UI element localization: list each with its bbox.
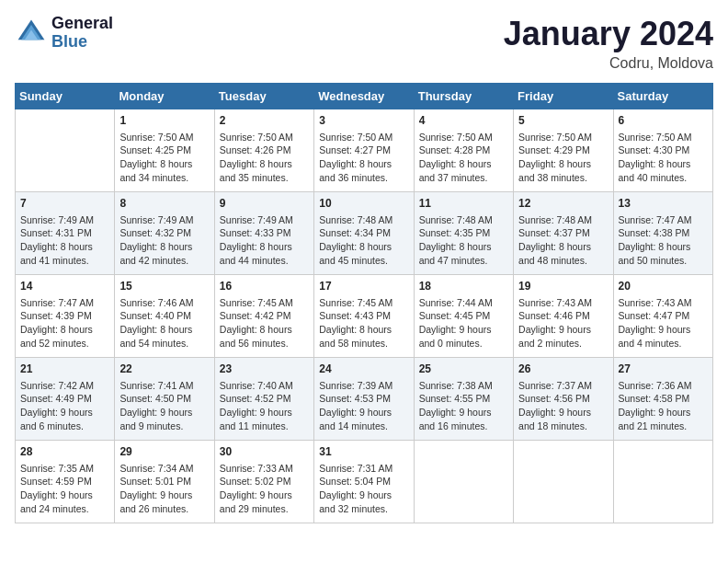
day-number: 17 xyxy=(319,279,408,294)
day-number: 27 xyxy=(619,362,708,377)
calendar-cell xyxy=(414,441,513,523)
day-number: 1 xyxy=(119,113,209,129)
calendar-cell: 31Sunrise: 7:31 AMSunset: 5:04 PMDayligh… xyxy=(314,441,414,523)
day-info: Sunrise: 7:42 AMSunset: 4:49 PMDaylight:… xyxy=(20,379,109,433)
day-info: Sunrise: 7:45 AMSunset: 4:43 PMDaylight:… xyxy=(319,296,408,350)
day-info: Sunrise: 7:48 AMSunset: 4:34 PMDaylight:… xyxy=(319,213,408,268)
calendar-table: SundayMondayTuesdayWednesdayThursdayFrid… xyxy=(15,83,713,523)
week-row-2: 7Sunrise: 7:49 AMSunset: 4:31 PMDaylight… xyxy=(16,192,713,275)
col-header-saturday: Saturday xyxy=(613,84,712,109)
day-info: Sunrise: 7:44 AMSunset: 4:45 PMDaylight:… xyxy=(419,296,508,350)
day-number: 16 xyxy=(220,279,309,294)
day-info: Sunrise: 7:47 AMSunset: 4:38 PMDaylight:… xyxy=(619,213,708,268)
day-info: Sunrise: 7:36 AMSunset: 4:58 PMDaylight:… xyxy=(619,379,708,433)
day-info: Sunrise: 7:35 AMSunset: 4:59 PMDaylight:… xyxy=(20,462,109,516)
day-number: 5 xyxy=(518,113,608,129)
calendar-cell: 15Sunrise: 7:46 AMSunset: 4:40 PMDayligh… xyxy=(115,275,214,358)
calendar-cell: 16Sunrise: 7:45 AMSunset: 4:42 PMDayligh… xyxy=(214,275,313,358)
calendar-cell: 4Sunrise: 7:50 AMSunset: 4:28 PMDaylight… xyxy=(414,109,513,192)
day-number: 28 xyxy=(20,444,109,460)
day-number: 12 xyxy=(518,196,608,212)
day-info: Sunrise: 7:50 AMSunset: 4:26 PMDaylight:… xyxy=(220,131,309,185)
calendar-cell: 9Sunrise: 7:49 AMSunset: 4:33 PMDaylight… xyxy=(214,192,313,275)
month-title: January 2024 xyxy=(504,15,713,53)
logo: General Blue xyxy=(15,15,113,52)
col-header-tuesday: Tuesday xyxy=(214,84,313,109)
day-info: Sunrise: 7:49 AMSunset: 4:31 PMDaylight:… xyxy=(20,213,109,268)
day-number: 29 xyxy=(119,444,209,460)
calendar-cell xyxy=(613,441,712,523)
day-number: 18 xyxy=(419,279,508,294)
day-info: Sunrise: 7:38 AMSunset: 4:55 PMDaylight:… xyxy=(419,379,508,433)
calendar-cell: 22Sunrise: 7:41 AMSunset: 4:50 PMDayligh… xyxy=(115,358,214,441)
title-block: January 2024 Codru, Moldova xyxy=(504,15,713,72)
day-number: 2 xyxy=(220,113,309,129)
calendar-cell: 13Sunrise: 7:47 AMSunset: 4:38 PMDayligh… xyxy=(613,192,712,275)
day-number: 4 xyxy=(419,113,508,129)
calendar-cell xyxy=(16,109,115,192)
day-info: Sunrise: 7:34 AMSunset: 5:01 PMDaylight:… xyxy=(119,462,209,516)
calendar-cell: 1Sunrise: 7:50 AMSunset: 4:25 PMDaylight… xyxy=(115,109,214,192)
day-info: Sunrise: 7:43 AMSunset: 4:47 PMDaylight:… xyxy=(619,296,708,350)
calendar-cell: 6Sunrise: 7:50 AMSunset: 4:30 PMDaylight… xyxy=(613,109,712,192)
day-number: 21 xyxy=(20,362,109,377)
day-info: Sunrise: 7:49 AMSunset: 4:33 PMDaylight:… xyxy=(220,213,309,268)
day-number: 19 xyxy=(518,279,608,294)
calendar-cell: 26Sunrise: 7:37 AMSunset: 4:56 PMDayligh… xyxy=(514,358,613,441)
calendar-cell: 30Sunrise: 7:33 AMSunset: 5:02 PMDayligh… xyxy=(214,441,313,523)
day-info: Sunrise: 7:50 AMSunset: 4:27 PMDaylight:… xyxy=(319,131,408,185)
calendar-cell: 12Sunrise: 7:48 AMSunset: 4:37 PMDayligh… xyxy=(514,192,613,275)
day-info: Sunrise: 7:45 AMSunset: 4:42 PMDaylight:… xyxy=(220,296,309,350)
week-row-1: 1Sunrise: 7:50 AMSunset: 4:25 PMDaylight… xyxy=(16,109,713,192)
col-header-sunday: Sunday xyxy=(16,84,115,109)
calendar-cell: 27Sunrise: 7:36 AMSunset: 4:58 PMDayligh… xyxy=(613,358,712,441)
calendar-cell: 2Sunrise: 7:50 AMSunset: 4:26 PMDaylight… xyxy=(214,109,313,192)
location: Codru, Moldova xyxy=(504,55,713,72)
calendar-cell: 21Sunrise: 7:42 AMSunset: 4:49 PMDayligh… xyxy=(16,358,115,441)
calendar-cell: 28Sunrise: 7:35 AMSunset: 4:59 PMDayligh… xyxy=(16,441,115,523)
calendar-cell: 29Sunrise: 7:34 AMSunset: 5:01 PMDayligh… xyxy=(115,441,214,523)
day-info: Sunrise: 7:50 AMSunset: 4:30 PMDaylight:… xyxy=(619,131,708,185)
day-number: 24 xyxy=(319,362,408,377)
calendar-cell: 23Sunrise: 7:40 AMSunset: 4:52 PMDayligh… xyxy=(214,358,313,441)
day-number: 30 xyxy=(220,444,309,460)
calendar-cell: 14Sunrise: 7:47 AMSunset: 4:39 PMDayligh… xyxy=(16,275,115,358)
day-info: Sunrise: 7:40 AMSunset: 4:52 PMDaylight:… xyxy=(220,379,309,433)
col-header-wednesday: Wednesday xyxy=(314,84,414,109)
col-header-friday: Friday xyxy=(514,84,613,109)
day-number: 23 xyxy=(220,362,309,377)
week-row-4: 21Sunrise: 7:42 AMSunset: 4:49 PMDayligh… xyxy=(16,358,713,441)
logo-text: General Blue xyxy=(51,15,113,52)
day-info: Sunrise: 7:48 AMSunset: 4:35 PMDaylight:… xyxy=(419,213,508,268)
day-info: Sunrise: 7:41 AMSunset: 4:50 PMDaylight:… xyxy=(119,379,209,433)
calendar-cell: 8Sunrise: 7:49 AMSunset: 4:32 PMDaylight… xyxy=(115,192,214,275)
calendar-cell: 10Sunrise: 7:48 AMSunset: 4:34 PMDayligh… xyxy=(314,192,414,275)
calendar-cell: 24Sunrise: 7:39 AMSunset: 4:53 PMDayligh… xyxy=(314,358,414,441)
day-number: 8 xyxy=(119,196,209,212)
day-info: Sunrise: 7:49 AMSunset: 4:32 PMDaylight:… xyxy=(119,213,209,268)
day-number: 20 xyxy=(619,279,708,294)
day-number: 10 xyxy=(319,196,408,212)
day-info: Sunrise: 7:47 AMSunset: 4:39 PMDaylight:… xyxy=(20,296,109,350)
day-info: Sunrise: 7:39 AMSunset: 4:53 PMDaylight:… xyxy=(319,379,408,433)
calendar-cell: 5Sunrise: 7:50 AMSunset: 4:29 PMDaylight… xyxy=(514,109,613,192)
calendar-header-row: SundayMondayTuesdayWednesdayThursdayFrid… xyxy=(16,84,713,109)
week-row-3: 14Sunrise: 7:47 AMSunset: 4:39 PMDayligh… xyxy=(16,275,713,358)
day-info: Sunrise: 7:31 AMSunset: 5:04 PMDaylight:… xyxy=(319,462,408,516)
calendar-cell: 19Sunrise: 7:43 AMSunset: 4:46 PMDayligh… xyxy=(514,275,613,358)
day-number: 6 xyxy=(619,113,708,129)
day-info: Sunrise: 7:50 AMSunset: 4:25 PMDaylight:… xyxy=(119,131,209,185)
day-info: Sunrise: 7:33 AMSunset: 5:02 PMDaylight:… xyxy=(220,462,309,516)
day-number: 14 xyxy=(20,279,109,294)
calendar-cell: 3Sunrise: 7:50 AMSunset: 4:27 PMDaylight… xyxy=(314,109,414,192)
day-number: 7 xyxy=(20,196,109,212)
calendar-cell: 20Sunrise: 7:43 AMSunset: 4:47 PMDayligh… xyxy=(613,275,712,358)
day-number: 13 xyxy=(619,196,708,212)
day-number: 11 xyxy=(419,196,508,212)
day-info: Sunrise: 7:50 AMSunset: 4:29 PMDaylight:… xyxy=(518,131,608,185)
logo-icon xyxy=(15,17,48,50)
calendar-cell: 7Sunrise: 7:49 AMSunset: 4:31 PMDaylight… xyxy=(16,192,115,275)
calendar-cell: 18Sunrise: 7:44 AMSunset: 4:45 PMDayligh… xyxy=(414,275,513,358)
day-number: 26 xyxy=(518,362,608,377)
day-number: 22 xyxy=(119,362,209,377)
